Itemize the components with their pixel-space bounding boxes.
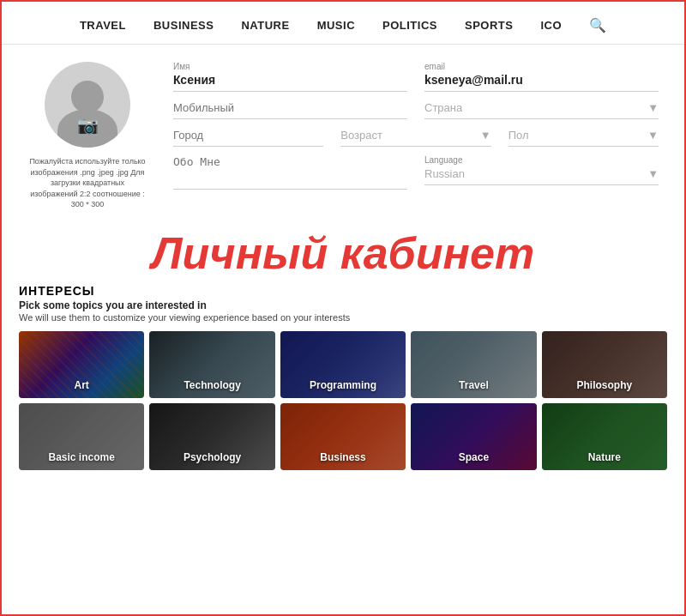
form-row-1: Имя Ксения email kseneya@mail.ru	[173, 62, 659, 92]
email-value: kseneya@mail.ru	[424, 73, 659, 92]
gender-select[interactable]: Пол ▼	[508, 128, 659, 147]
nav-sports[interactable]: SPORTS	[465, 19, 513, 32]
gender-placeholder: Пол	[508, 129, 529, 142]
topic-programming-label: Programming	[310, 379, 376, 398]
topic-philosophy-label: Philosophy	[576, 379, 632, 398]
topic-row-1: Art Technology Programming Travel Philos	[19, 331, 667, 398]
navbar: TRAVEL BUSINESS NATURE MUSIC POLITICS SP…	[2, 2, 684, 45]
topic-business-label: Business	[320, 451, 365, 470]
page-title: Личный кабинет	[2, 219, 684, 284]
nav-travel[interactable]: TRAVEL	[80, 19, 126, 32]
topic-travel[interactable]: Travel	[411, 331, 536, 398]
topic-philosophy[interactable]: Philosophy	[542, 331, 667, 398]
profile-section: 📷 Пожалуйста используйте только изображе…	[2, 45, 684, 219]
country-field-group: Страна ▼	[424, 100, 659, 119]
about-field-group	[173, 155, 407, 190]
topic-basic-income-label: Basic income	[49, 451, 115, 470]
topic-art[interactable]: Art	[19, 331, 144, 398]
language-chevron-icon: ▼	[647, 167, 659, 180]
country-chevron-icon: ▼	[647, 101, 659, 114]
topic-programming[interactable]: Programming	[280, 331, 406, 398]
topic-psychology-label: Psychology	[184, 451, 241, 470]
topic-grid: Art Technology Programming Travel Philos	[19, 331, 667, 470]
avatar-area: 📷 Пожалуйста используйте только изображе…	[27, 62, 147, 210]
language-label: Language	[424, 155, 659, 165]
form-row-3: Возраст ▼ Пол ▼	[173, 128, 659, 147]
form-row-4: Language Russian ▼	[173, 155, 659, 190]
avatar-hint: Пожалуйста используйте только изображени…	[27, 156, 147, 210]
nav-nature[interactable]: NATURE	[241, 19, 289, 32]
age-select[interactable]: Возраст ▼	[340, 128, 490, 147]
topic-space[interactable]: Space	[411, 403, 536, 470]
topic-art-label: Art	[75, 379, 89, 398]
topic-nature-label: Nature	[588, 451, 621, 470]
nav-politics[interactable]: POLITICS	[382, 19, 437, 32]
topic-row-2: Basic income Psychology Business Space N	[19, 403, 667, 470]
interests-description: We will use them to customize your viewi…	[19, 312, 667, 323]
email-field-group: email kseneya@mail.ru	[424, 62, 659, 92]
name-label: Имя	[173, 62, 407, 71]
avatar[interactable]: 📷	[45, 62, 130, 148]
age-field-group: Возраст ▼	[340, 128, 490, 147]
search-icon[interactable]: 🔍	[589, 17, 606, 33]
interests-subtitle: Pick some topics you are interested in	[19, 299, 667, 311]
language-field-group: Language Russian ▼	[424, 155, 659, 190]
name-field-group: Имя Ксения	[173, 62, 407, 92]
city-field-group	[173, 128, 323, 147]
topic-space-label: Space	[459, 451, 489, 470]
nav-ico[interactable]: ICO	[540, 19, 562, 32]
topic-psychology[interactable]: Psychology	[149, 403, 274, 470]
mobile-field-group	[173, 100, 407, 119]
profile-form: Имя Ксения email kseneya@mail.ru Страна …	[173, 62, 659, 210]
country-select[interactable]: Страна ▼	[424, 100, 659, 119]
email-label: email	[424, 62, 659, 71]
gender-field-group: Пол ▼	[508, 128, 659, 147]
nav-business[interactable]: BUSINESS	[153, 19, 214, 32]
country-placeholder: Страна	[424, 101, 462, 114]
mobile-input[interactable]	[173, 100, 407, 119]
form-row-2: Страна ▼	[173, 100, 659, 119]
topic-nature[interactable]: Nature	[542, 403, 667, 470]
topic-technology-label: Technology	[184, 379, 240, 398]
interests-section: ИНТЕРЕСЫ Pick some topics you are intere…	[2, 284, 684, 479]
name-value: Ксения	[173, 73, 407, 92]
topic-business[interactable]: Business	[280, 403, 406, 470]
about-textarea[interactable]	[173, 155, 407, 190]
camera-icon: 📷	[77, 115, 99, 136]
topic-technology[interactable]: Technology	[149, 331, 274, 398]
topic-travel-label: Travel	[459, 379, 489, 398]
city-input[interactable]	[173, 128, 323, 147]
age-chevron-icon: ▼	[480, 129, 491, 142]
age-placeholder: Возраст	[340, 129, 382, 142]
nav-music[interactable]: MUSIC	[317, 19, 355, 32]
gender-chevron-icon: ▼	[647, 129, 659, 142]
language-value: Russian	[424, 167, 465, 180]
language-select[interactable]: Russian ▼	[424, 166, 659, 185]
topic-basic-income[interactable]: Basic income	[19, 403, 144, 470]
interests-title: ИНТЕРЕСЫ	[19, 284, 667, 298]
